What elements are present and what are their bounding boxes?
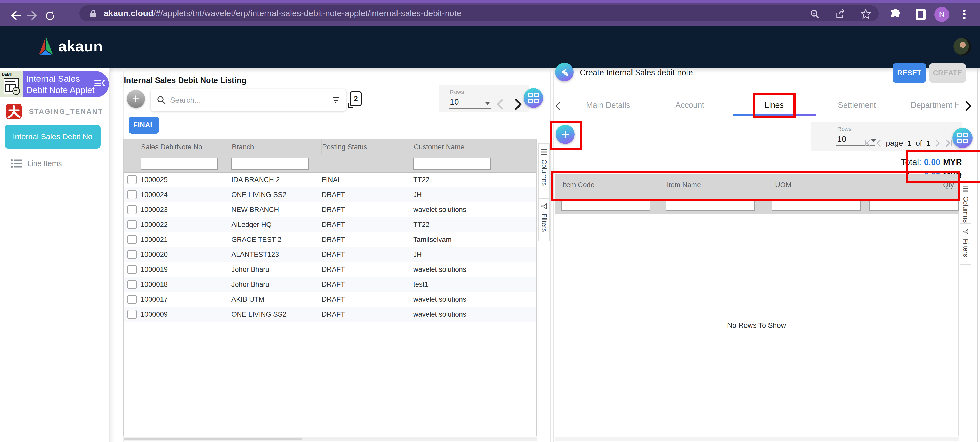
row-checkbox[interactable] bbox=[127, 205, 137, 214]
back-icon[interactable] bbox=[9, 10, 21, 21]
cell-branch: AKIB UTM bbox=[231, 296, 322, 304]
applet-icon[interactable]: DEBIT bbox=[0, 71, 23, 97]
collapse-menu-icon[interactable] bbox=[94, 79, 105, 87]
col-branch[interactable]: Branch bbox=[231, 139, 322, 155]
row-checkbox[interactable] bbox=[127, 310, 137, 319]
side-panel-icon[interactable] bbox=[916, 9, 926, 20]
filter-qty-input[interactable] bbox=[869, 199, 959, 211]
address-bar[interactable]: akaun.cloud/#/applets/tnt/wavelet/erp/in… bbox=[80, 5, 879, 21]
grid-view-button[interactable] bbox=[952, 128, 972, 148]
tab-main-details[interactable]: Main Details bbox=[586, 100, 630, 110]
reset-button[interactable]: RESET bbox=[892, 64, 926, 83]
row-checkbox[interactable] bbox=[127, 235, 137, 244]
col-uom[interactable]: UOM bbox=[767, 174, 876, 196]
tabs-scroll-right-icon[interactable] bbox=[964, 100, 972, 111]
table-row[interactable]: 1000017AKIB UTMDRAFTwavelet solutions bbox=[124, 292, 536, 307]
tab-department[interactable]: Department H bbox=[911, 100, 959, 110]
row-checkbox[interactable] bbox=[127, 190, 137, 199]
columns-tab-label: Columns bbox=[540, 159, 548, 186]
col-item-name[interactable]: Item Name bbox=[659, 174, 767, 196]
columns-side-tab[interactable]: Columns bbox=[538, 143, 550, 198]
table-row[interactable]: 1000023NEW BRANCHDRAFTwavelet solutions bbox=[124, 202, 536, 218]
horizontal-scrollbar[interactable] bbox=[123, 437, 536, 441]
filters-side-tab[interactable]: Filters bbox=[959, 223, 972, 265]
first-page-icon[interactable] bbox=[864, 139, 872, 147]
user-avatar[interactable] bbox=[953, 38, 972, 56]
row-checkbox[interactable] bbox=[127, 175, 137, 184]
extensions-puzzle-icon[interactable] bbox=[889, 8, 901, 20]
share-icon[interactable] bbox=[836, 9, 846, 19]
rows-caret-icon[interactable] bbox=[485, 102, 490, 105]
cell-customer: JH bbox=[413, 191, 536, 199]
reload-icon[interactable] bbox=[45, 10, 56, 22]
lines-table-header: Item Code Item Name UOM Qty bbox=[555, 174, 959, 196]
zoom-out-icon[interactable] bbox=[810, 9, 819, 19]
grid-view-button[interactable] bbox=[523, 88, 543, 108]
col-sales-debitnote-no[interactable]: Sales DebitNote No bbox=[141, 139, 231, 155]
col-qty[interactable]: Qty bbox=[876, 174, 959, 196]
applet-name-badge[interactable]: Internal Sales Debit Note Applet bbox=[23, 71, 109, 97]
filter-customer-input[interactable] bbox=[413, 158, 491, 170]
tenant-glyph-icon bbox=[6, 104, 22, 119]
table-row[interactable]: 1000024ONE LIVING SS2DRAFTJH bbox=[124, 188, 536, 202]
rows-label: Rows bbox=[450, 89, 464, 95]
table-row[interactable]: 1000009ONE LIVING SS2DRAFTwavelet soluti… bbox=[124, 307, 536, 322]
rows-per-page-select[interactable]: 10 bbox=[837, 135, 846, 144]
table-row[interactable]: 1000021GRACE TEST 2DRAFTTamilselvam bbox=[124, 232, 536, 247]
col-posting-status[interactable]: Posting Status bbox=[322, 139, 413, 155]
prev-page-icon[interactable] bbox=[875, 139, 882, 147]
table-row[interactable]: 1000018Johor BharuDRAFTtest1 bbox=[124, 277, 536, 292]
add-record-button[interactable]: + bbox=[127, 90, 145, 108]
horizontal-scrollbar[interactable] bbox=[555, 437, 959, 441]
row-checkbox[interactable] bbox=[127, 220, 137, 229]
row-checkbox[interactable] bbox=[127, 280, 137, 289]
filter-branch-input[interactable] bbox=[231, 158, 309, 170]
cell-customer: JH bbox=[413, 251, 536, 259]
filter-item-name-input[interactable] bbox=[665, 199, 755, 211]
create-button[interactable]: CREATE bbox=[929, 64, 966, 83]
next-page-icon[interactable] bbox=[935, 139, 941, 147]
cell-no: 1000022 bbox=[141, 221, 231, 229]
app-header bbox=[0, 26, 980, 68]
rows-per-page-select[interactable]: 10 bbox=[450, 97, 459, 107]
filter-sort-icon[interactable] bbox=[332, 97, 340, 103]
forward-icon[interactable] bbox=[27, 10, 39, 21]
tab-lines[interactable]: Lines bbox=[765, 100, 784, 110]
bookmark-star-icon[interactable] bbox=[861, 9, 871, 19]
search-input[interactable] bbox=[169, 95, 328, 105]
rows-label: Rows bbox=[837, 126, 851, 132]
filter-uom-input[interactable] bbox=[772, 199, 861, 211]
table-row[interactable]: 1000019Johor BharuDRAFTwavelet solutions bbox=[124, 262, 536, 277]
sidebar-item-line-items[interactable]: Line Items bbox=[11, 159, 62, 168]
search-icon bbox=[157, 96, 165, 104]
module-button[interactable]: Internal Sales Debit No bbox=[5, 125, 100, 148]
row-checkbox[interactable] bbox=[127, 265, 137, 274]
prev-page-icon[interactable] bbox=[496, 99, 504, 109]
duplicate-view-icon[interactable]: 2 bbox=[350, 91, 362, 106]
filters-side-tab[interactable]: Filters bbox=[538, 198, 550, 242]
row-checkbox[interactable] bbox=[127, 250, 137, 259]
tab-account[interactable]: Account bbox=[675, 100, 704, 110]
table-row[interactable]: 1000020ALANTEST123DRAFTJH bbox=[124, 247, 536, 262]
browser-profile-avatar[interactable]: N bbox=[934, 7, 949, 22]
table-row[interactable]: 1000025IDA BRANCH 2FINALTT22 bbox=[124, 173, 536, 188]
row-checkbox[interactable] bbox=[127, 295, 137, 304]
columns-side-tab[interactable]: Columns bbox=[959, 181, 972, 223]
tab-settlement[interactable]: Settlement bbox=[838, 100, 876, 110]
final-filter-button[interactable]: FINAL bbox=[129, 116, 159, 134]
window-scrollbar-track[interactable] bbox=[977, 68, 978, 442]
filters-tab-label: Filters bbox=[962, 239, 970, 257]
next-page-icon[interactable] bbox=[513, 99, 523, 110]
tabs-scroll-left-icon[interactable] bbox=[555, 102, 561, 110]
col-customer-name[interactable]: Customer Name bbox=[413, 139, 536, 155]
tenant-icon[interactable] bbox=[6, 104, 22, 119]
col-item-code[interactable]: Item Code bbox=[555, 174, 659, 196]
filter-debitnote-no-input[interactable] bbox=[141, 158, 218, 170]
last-page-icon[interactable] bbox=[945, 139, 952, 147]
add-line-button[interactable]: + bbox=[556, 125, 575, 144]
of-label: of bbox=[915, 139, 922, 148]
table-row[interactable]: 1000022AiLedger HQDRAFTTT22 bbox=[124, 218, 536, 232]
browser-menu-icon[interactable] bbox=[963, 8, 966, 21]
filter-item-code-input[interactable] bbox=[561, 199, 650, 211]
back-button[interactable] bbox=[555, 63, 574, 81]
